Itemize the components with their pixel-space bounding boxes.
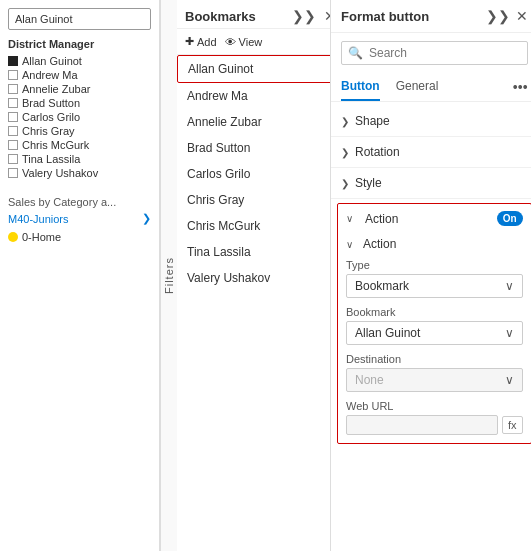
district-item[interactable]: Chris Gray (8, 124, 151, 138)
checkbox[interactable] (8, 98, 18, 108)
district-item[interactable]: Valery Ushakov (8, 166, 151, 180)
search-icon: 🔍 (348, 46, 363, 60)
tab-button[interactable]: Button (341, 73, 380, 101)
district-item-name: Annelie Zubar (22, 83, 91, 95)
bookmarks-actions: ✚ Add 👁 View (177, 29, 346, 55)
color-indicator (8, 56, 18, 66)
district-item-name: Andrew Ma (22, 69, 78, 81)
district-item[interactable]: Carlos Grilo (8, 110, 151, 124)
type-value: Bookmark (355, 279, 409, 293)
list-item[interactable]: Chris McGurk (177, 213, 346, 239)
district-item[interactable]: Tina Lassila (8, 152, 151, 166)
district-list: Allan Guinot Andrew Ma Annelie Zubar Bra… (8, 54, 151, 180)
action-section-header[interactable]: ∨ Action On (338, 204, 531, 233)
list-item[interactable]: Chris Gray (177, 187, 346, 213)
chevron-down-icon: ∨ (505, 279, 514, 293)
weburl-row: fx (346, 415, 523, 435)
toggle-on[interactable]: On (497, 211, 523, 226)
weburl-input[interactable] (346, 415, 498, 435)
format-panel: Format button ❯❯ ✕ 🔍 Button General ••• … (330, 0, 531, 551)
chevron-down-icon: ∨ (346, 239, 353, 250)
district-item-name: Chris McGurk (22, 139, 89, 151)
checkbox[interactable] (8, 154, 18, 164)
chevron-right-icon: ❯ (142, 212, 151, 225)
bookmarks-header: Bookmarks ❯❯ ✕ (177, 0, 346, 29)
m40-label: M40-Juniors (8, 213, 69, 225)
rotation-section[interactable]: ❯ Rotation (331, 137, 531, 168)
checkbox[interactable] (8, 126, 18, 136)
filter-box-label: Alan Guinot (15, 13, 72, 25)
district-label: District Manager (8, 38, 151, 50)
list-item[interactable]: Valery Ushakov (177, 265, 346, 291)
bookmark-value: Allan Guinot (355, 326, 420, 340)
chevron-down-icon: ∨ (505, 326, 514, 340)
list-item[interactable]: Annelie Zubar (177, 109, 346, 135)
district-item[interactable]: Chris McGurk (8, 138, 151, 152)
district-item[interactable]: Annelie Zubar (8, 82, 151, 96)
shape-section[interactable]: ❯ Shape (331, 106, 531, 137)
district-item-name: Tina Lassila (22, 153, 80, 165)
expand-icon[interactable]: ❯❯ (486, 8, 510, 24)
search-input[interactable] (369, 46, 521, 60)
list-item[interactable]: Brad Sutton (177, 135, 346, 161)
add-button[interactable]: ✚ Add (185, 35, 217, 48)
bookmark-label: Bookmark (346, 306, 523, 318)
search-box[interactable]: 🔍 (341, 41, 528, 65)
tab-general[interactable]: General (396, 73, 439, 101)
filter-box[interactable]: Alan Guinot (8, 8, 151, 30)
yellow-dot (8, 232, 18, 242)
style-section[interactable]: ❯ Style (331, 168, 531, 199)
district-item-name: Carlos Grilo (22, 111, 80, 123)
destination-value: None (355, 373, 384, 387)
close-button[interactable]: ✕ (516, 8, 528, 24)
bookmarks-title: Bookmarks (185, 9, 256, 24)
add-label: Add (197, 36, 217, 48)
section-label: Shape (355, 114, 390, 128)
format-header: Format button ❯❯ ✕ (331, 0, 531, 33)
chevron-right-icon: ❯ (341, 116, 349, 127)
district-item-name: Allan Guinot (22, 55, 82, 67)
list-item[interactable]: Carlos Grilo (177, 161, 346, 187)
checkbox[interactable] (8, 112, 18, 122)
district-item[interactable]: Andrew Ma (8, 68, 151, 82)
more-options-icon[interactable]: ••• (513, 79, 528, 95)
district-item-name: Chris Gray (22, 125, 75, 137)
filters-tab[interactable]: Filters (160, 0, 177, 551)
format-header-icons: ❯❯ ✕ (486, 8, 528, 24)
destination-dropdown[interactable]: None ∨ (346, 368, 523, 392)
chevron-down-icon: ∨ (505, 373, 514, 387)
view-button[interactable]: 👁 View (225, 36, 263, 48)
type-dropdown[interactable]: Bookmark ∨ (346, 274, 523, 298)
m40-row[interactable]: M40-Juniors ❯ (8, 212, 151, 225)
add-icon: ✚ (185, 35, 194, 48)
checkbox[interactable] (8, 84, 18, 94)
action-inner-header: ∨ Action (346, 237, 523, 251)
action-section-left: ∨ Action (346, 212, 398, 226)
chevron-right-icon: ❯ (341, 178, 349, 189)
format-sections: ❯ Shape ❯ Rotation ❯ Style ∨ Action On ∨ (331, 102, 531, 551)
bookmark-list: Allan Guinot Andrew Ma Annelie Zubar Bra… (177, 55, 346, 551)
bookmark-item-selected[interactable]: Allan Guinot (177, 55, 346, 83)
chevron-down-icon: ∨ (346, 213, 353, 224)
left-panel: Alan Guinot District Manager Allan Guino… (0, 0, 160, 551)
action-inner-label: Action (363, 237, 396, 251)
district-item-name: Brad Sutton (22, 97, 80, 109)
action-label: Action (365, 212, 398, 226)
checkbox[interactable] (8, 140, 18, 150)
view-icon: 👁 (225, 36, 236, 48)
view-label: View (239, 36, 263, 48)
list-item[interactable]: Andrew Ma (177, 83, 346, 109)
bookmark-dropdown[interactable]: Allan Guinot ∨ (346, 321, 523, 345)
list-item[interactable]: Tina Lassila (177, 239, 346, 265)
district-item[interactable]: Allan Guinot (8, 54, 151, 68)
bookmarks-panel: Bookmarks ❯❯ ✕ ✚ Add 👁 View Allan Guinot… (177, 0, 347, 551)
district-item[interactable]: Brad Sutton (8, 96, 151, 110)
district-item-name: Valery Ushakov (22, 167, 98, 179)
fx-button[interactable]: fx (502, 416, 523, 434)
destination-label: Destination (346, 353, 523, 365)
checkbox[interactable] (8, 168, 18, 178)
weburl-label: Web URL (346, 400, 523, 412)
expand-icon[interactable]: ❯❯ (290, 8, 318, 24)
format-title: Format button (341, 9, 429, 24)
checkbox[interactable] (8, 70, 18, 80)
